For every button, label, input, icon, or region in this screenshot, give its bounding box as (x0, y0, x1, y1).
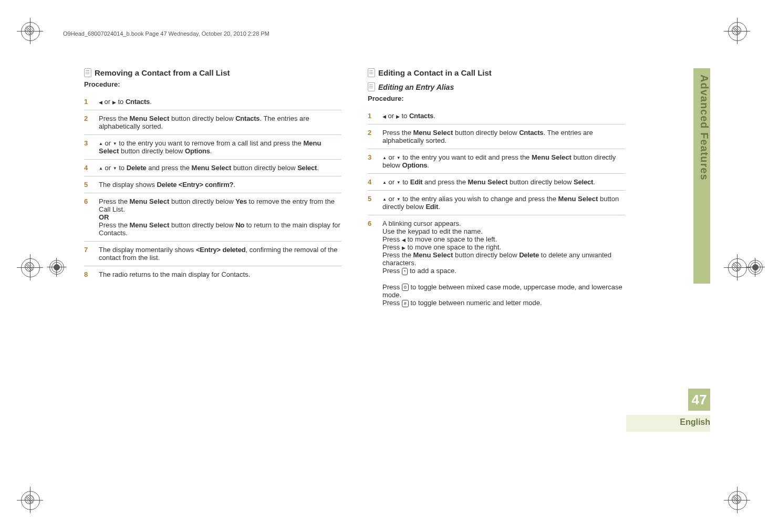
step-number: 5 (84, 181, 88, 189)
step-number: 1 (84, 98, 88, 106)
step-text: Press the Menu Select button directly be… (382, 129, 593, 144)
step-text: or to Delete and press the Menu Select b… (99, 164, 319, 172)
left-column: Removing a Contact from a Call List Proc… (84, 68, 341, 311)
crop-mark-icon (727, 490, 748, 511)
step-number: 3 (84, 139, 88, 147)
register-target-icon (748, 260, 763, 275)
step-item: 8The radio returns to the main display f… (84, 266, 341, 283)
step-item: 6Press the Menu Select button directly b… (84, 193, 341, 242)
step-text: A blinking cursor appears.Use the keypad… (382, 220, 622, 307)
step-item: 3 or to the entry you want to edit and p… (368, 149, 625, 174)
page-number: 47 (688, 389, 710, 411)
step-number: 4 (84, 164, 88, 172)
step-text: The radio returns to the main display fo… (99, 270, 250, 278)
left-title: Removing a Contact from a Call List (95, 68, 230, 77)
language-label: English (663, 418, 710, 427)
step-number: 8 (84, 270, 88, 278)
step-number: 7 (84, 246, 88, 254)
right-column: Editing a Contact in a Call List Editing… (368, 68, 625, 311)
step-text: or to the entry you want to edit and pre… (382, 153, 616, 169)
step-item: 2Press the Menu Select button directly b… (368, 124, 625, 149)
step-text: The display momentarily shows <Entry> de… (99, 246, 337, 262)
step-item: 4 or to Edit and press the Menu Select b… (368, 174, 625, 191)
content-area: Removing a Contact from a Call List Proc… (84, 68, 636, 311)
step-item: 7The display momentarily shows <Entry> d… (84, 242, 341, 266)
step-text: or to the entry alias you wish to change… (382, 195, 619, 211)
step-text: The display shows Delete <Entry> confirm… (99, 181, 235, 189)
doc-icon (368, 68, 375, 77)
step-text: or to Edit and press the Menu Select but… (382, 178, 595, 186)
right-subheading: Editing an Entry Alias (368, 82, 625, 91)
step-number: 1 (368, 112, 371, 120)
right-subtitle: Editing an Entry Alias (378, 83, 454, 91)
crop-mark-icon (20, 257, 41, 278)
step-text: or to the entry you want to remove from … (99, 139, 321, 155)
step-item: 1 or to Cntacts. (84, 93, 341, 110)
step-number: 5 (368, 195, 371, 203)
step-number: 6 (84, 197, 88, 205)
step-item: 6A blinking cursor appears.Use the keypa… (368, 215, 625, 311)
doc-icon (84, 68, 91, 77)
left-heading: Removing a Contact from a Call List (84, 68, 341, 77)
step-number: 4 (368, 178, 371, 186)
step-item: 2Press the Menu Select button directly b… (84, 110, 341, 135)
crop-mark-icon (727, 21, 748, 42)
doc-icon (368, 82, 375, 91)
step-number: 2 (84, 114, 88, 122)
right-steps-list: 1 or to Cntacts.2Press the Menu Select b… (368, 108, 625, 311)
step-number: 3 (368, 153, 371, 161)
step-number: 6 (368, 220, 371, 227)
step-item: 5The display shows Delete <Entry> confir… (84, 176, 341, 193)
left-procedure-label: Procedure: (84, 80, 341, 88)
section-tab: Advanced Features (693, 68, 710, 284)
right-procedure-label: Procedure: (368, 95, 625, 102)
right-heading: Editing a Contact in a Call List (368, 68, 625, 77)
step-text: Press the Menu Select button directly be… (99, 114, 309, 130)
step-text: Press the Menu Select button directly be… (99, 197, 340, 237)
crop-mark-icon (20, 490, 41, 511)
step-item: 3 or to the entry you want to remove fro… (84, 135, 341, 160)
step-item: 5 or to the entry alias you wish to chan… (368, 191, 625, 215)
crop-mark-icon (20, 21, 41, 42)
right-title: Editing a Contact in a Call List (378, 68, 492, 77)
step-number: 2 (368, 129, 371, 137)
step-item: 4 or to Delete and press the Menu Select… (84, 160, 341, 176)
crop-mark-icon (727, 257, 748, 278)
step-text: or to Cntacts. (382, 112, 435, 120)
left-steps-list: 1 or to Cntacts.2Press the Menu Select b… (84, 93, 341, 283)
register-target-icon (49, 260, 64, 275)
step-text: or to Cntacts. (99, 98, 152, 106)
page-header: O9Head_68007024014_b.book Page 47 Wednes… (63, 30, 269, 37)
step-item: 1 or to Cntacts. (368, 108, 625, 124)
